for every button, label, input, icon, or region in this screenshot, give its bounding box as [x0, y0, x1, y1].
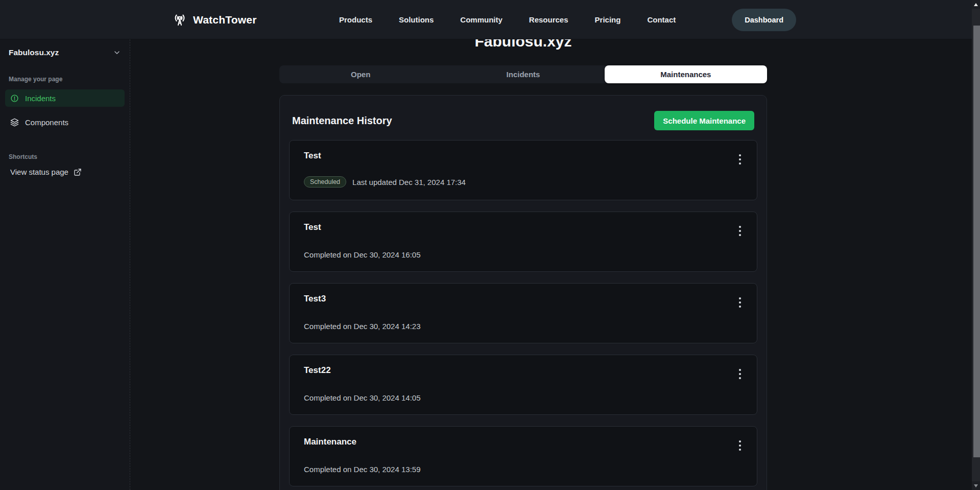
dashboard-button[interactable]: Dashboard — [732, 9, 796, 31]
maintenance-meta: Completed on Dec 30, 2024 14:23 — [304, 322, 743, 331]
sidebar-item-label: Components — [25, 118, 68, 127]
vertical-scrollbar[interactable] — [972, 0, 980, 490]
maintenance-meta: Completed on Dec 30, 2024 14:05 — [304, 393, 743, 402]
top-navbar: WatchTower Products Solutions Community … — [0, 0, 972, 39]
sidebar-item-incidents[interactable]: Incidents — [5, 89, 125, 107]
nav-link-resources[interactable]: Resources — [529, 15, 568, 24]
sidebar: Fabulosu.xyz Manage your page Incidents — [0, 39, 130, 490]
maintenance-history-card: Maintenance History Schedule Maintenance… — [279, 95, 767, 490]
schedule-maintenance-button[interactable]: Schedule Maintenance — [654, 111, 754, 130]
broadcast-tower-icon — [172, 12, 187, 28]
external-link-icon — [74, 168, 82, 176]
maintenance-timestamp: Last updated Dec 31, 2024 17:34 — [352, 178, 466, 186]
maintenance-item[interactable]: Test Scheduled Last updated Dec 31, 2024… — [289, 140, 757, 200]
tabbar: Open Incidents Maintenances — [279, 65, 767, 83]
brand-name: WatchTower — [193, 14, 257, 26]
kebab-menu-icon[interactable] — [734, 439, 746, 452]
maintenance-item[interactable]: Test Completed on Dec 30, 2024 16:05 — [289, 212, 757, 272]
maintenance-title: Test — [304, 151, 743, 161]
chevron-down-icon — [113, 49, 121, 57]
kebab-menu-icon[interactable] — [734, 367, 746, 381]
view-status-page-link[interactable]: View status page — [10, 168, 121, 176]
maintenance-timestamp: Completed on Dec 30, 2024 14:23 — [304, 322, 421, 331]
nav-link-products[interactable]: Products — [339, 15, 372, 24]
scroll-up-button[interactable] — [972, 0, 980, 9]
tab-maintenances[interactable]: Maintenances — [605, 65, 767, 83]
nav-links: Products Solutions Community Resources P… — [339, 0, 676, 39]
tab-incidents[interactable]: Incidents — [442, 65, 604, 83]
kebab-menu-icon[interactable] — [734, 153, 746, 166]
maintenance-title: Test3 — [304, 294, 743, 304]
maintenance-timestamp: Completed on Dec 30, 2024 13:59 — [304, 465, 421, 474]
maintenance-list: Test Scheduled Last updated Dec 31, 2024… — [289, 140, 757, 486]
status-link-label: View status page — [10, 168, 68, 176]
down-arrow-icon — [974, 484, 978, 487]
scrollbar-thumb[interactable] — [973, 26, 980, 457]
tab-open[interactable]: Open — [279, 65, 442, 83]
up-arrow-icon — [974, 3, 978, 6]
scroll-down-button[interactable] — [972, 481, 980, 490]
maintenance-item[interactable]: Test22 Completed on Dec 30, 2024 14:05 — [289, 355, 757, 415]
nav-link-contact[interactable]: Contact — [647, 15, 676, 24]
kebab-menu-icon[interactable] — [734, 296, 746, 309]
sidebar-item-label: Incidents — [25, 94, 56, 103]
sidebar-item-components[interactable]: Components — [5, 113, 125, 131]
maintenance-timestamp: Completed on Dec 30, 2024 14:05 — [304, 393, 421, 402]
maintenance-title: Test — [304, 222, 743, 232]
nav-link-pricing[interactable]: Pricing — [595, 15, 621, 24]
manage-section-label: Manage your page — [0, 76, 130, 83]
maintenance-timestamp: Completed on Dec 30, 2024 16:05 — [304, 250, 421, 259]
alert-circle-icon — [10, 94, 19, 103]
layers-icon — [10, 118, 19, 127]
maintenance-item[interactable]: Test3 Completed on Dec 30, 2024 14:23 — [289, 283, 757, 343]
nav-link-community[interactable]: Community — [460, 15, 503, 24]
card-header: Maintenance History Schedule Maintenance — [280, 111, 767, 130]
maintenance-title: Maintenance — [304, 437, 743, 447]
status-badge: Scheduled — [304, 176, 346, 188]
kebab-menu-icon[interactable] — [734, 224, 746, 238]
nav-link-solutions[interactable]: Solutions — [399, 15, 434, 24]
maintenance-meta: Completed on Dec 30, 2024 13:59 — [304, 465, 743, 474]
maintenance-meta: Scheduled Last updated Dec 31, 2024 17:3… — [304, 176, 743, 188]
workspace-selector[interactable]: Fabulosu.xyz — [0, 39, 130, 57]
maintenance-meta: Completed on Dec 30, 2024 16:05 — [304, 250, 743, 259]
workspace-name: Fabulosu.xyz — [9, 48, 59, 57]
maintenance-item[interactable]: Maintenance Completed on Dec 30, 2024 13… — [289, 426, 757, 486]
brand[interactable]: WatchTower — [172, 0, 257, 39]
maintenance-title: Test22 — [304, 365, 743, 376]
card-heading: Maintenance History — [292, 115, 392, 127]
shortcuts-section-label: Shortcuts — [0, 153, 130, 160]
